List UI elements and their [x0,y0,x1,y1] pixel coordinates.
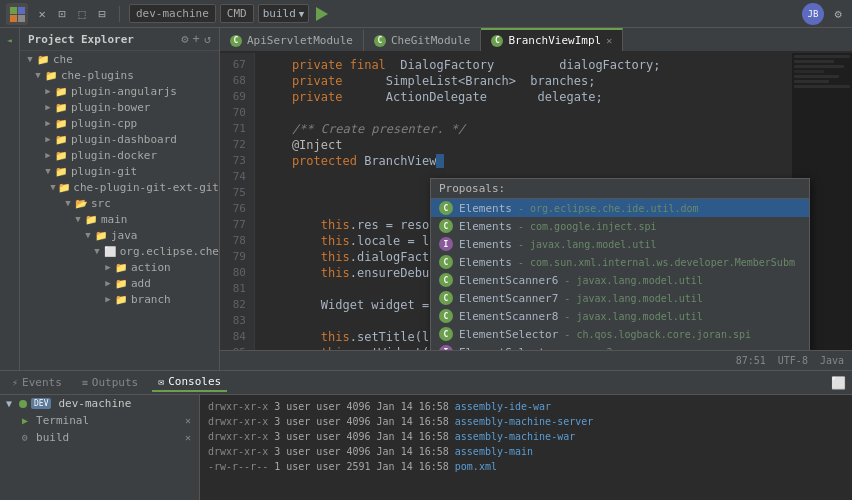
code-line: private final DialogFactory dialogFactor… [263,57,784,73]
tree-item-plugin-docker[interactable]: ▶ 📁 plugin-docker [20,147,219,163]
expand-arrow: ▼ [32,70,44,80]
tree-item-java[interactable]: ▼ 📁 java [20,227,219,243]
run-icon [313,5,331,23]
consoles-icon: ✉ [158,376,164,387]
close-icon[interactable]: ✕ [185,432,191,443]
autocomplete-item-7[interactable]: C ElementSelector - ch.qos.logback.core.… [431,325,809,343]
copy-icon[interactable]: ⊡ [54,6,70,22]
svg-rect-4 [794,55,850,58]
folder-icon: 📁 [54,148,68,162]
main-area: ◄ Project Explorer ⚙ + ↺ ▼ 📁 che ▼ 📁 che… [0,28,852,370]
tab-close-icon[interactable]: ✕ [606,35,612,46]
explorer-header: Project Explorer ⚙ + ↺ [20,28,219,51]
tree-item-main[interactable]: ▼ 📁 main [20,211,219,227]
expand-arrow: ▶ [102,262,114,272]
class-badge: C [439,309,453,323]
expand-arrow: ▼ [42,166,54,176]
build-label: build [36,431,69,444]
run-button[interactable] [313,5,331,23]
svg-rect-9 [794,80,829,83]
autocomplete-item-6[interactable]: C ElementScanner8 - javax.lang.model.uti… [431,307,809,325]
paste-icon[interactable]: ⬚ [74,6,90,22]
tab-class-icon: C [230,35,242,47]
console-output: drwxr-xr-x 3 user user 4096 Jan 14 16:58… [200,395,852,500]
tree-item-plugin-bower[interactable]: ▶ 📁 plugin-bower [20,99,219,115]
tab-che-git[interactable]: C CheGitModule [364,30,481,51]
console-tree-terminal[interactable]: ▶ Terminal ✕ [0,412,199,429]
left-strip: ◄ [0,28,20,370]
cut-icon[interactable]: ✕ [34,6,50,22]
autocomplete-item-0[interactable]: C Elements - org.eclipse.che.ide.util.do… [431,199,809,217]
class-badge: C [439,201,453,215]
tab-events[interactable]: ⚡ Events [6,374,68,391]
autocomplete-item-8[interactable]: I ElementSelector - org.w3c.css.sac [431,343,809,350]
tree-item-plugin-dashboard[interactable]: ▶ 📁 plugin-dashboard [20,131,219,147]
autocomplete-item-2[interactable]: I Elements - javax.lang.model.util [431,235,809,253]
refresh-icon[interactable]: ↺ [204,32,211,46]
dev-badge: DEV [31,398,51,409]
console-output-line: drwxr-xr-x 3 user user 4096 Jan 14 16:58… [208,444,844,459]
tree-item-org-eclipse[interactable]: ▼ ⬜ org.eclipse.che [20,243,219,259]
folder-icon: 📁 [58,180,70,194]
close-icon[interactable]: ✕ [185,415,191,426]
play-triangle [316,7,328,21]
console-action-buttons: ⬜ [830,375,846,391]
tree-item-che-plugins[interactable]: ▼ 📁 che-plugins [20,67,219,83]
autocomplete-item-4[interactable]: C ElementScanner6 - javax.lang.model.uti… [431,271,809,289]
tree-item-add[interactable]: ▶ 📁 add [20,275,219,291]
tab-branch-view[interactable]: C BranchViewImpl ✕ [481,28,623,51]
avatar[interactable]: JB [802,3,824,25]
expand-arrow: ▼ [91,246,103,256]
tree-item-plugin-git[interactable]: ▼ 📁 plugin-git [20,163,219,179]
app-logo[interactable] [6,3,28,25]
tab-label: Outputs [92,376,138,389]
add-icon[interactable]: + [193,32,200,46]
expand-arrow: ▼ [48,182,58,192]
chevron-down-icon: ▼ [299,9,304,19]
maximize-button[interactable]: ⬜ [830,375,846,391]
tab-label: Consoles [168,375,221,388]
svg-rect-2 [10,15,17,22]
folder-icon: 📁 [114,292,128,306]
autocomplete-item-5[interactable]: C ElementScanner7 - javax.lang.model.uti… [431,289,809,307]
tree-item-che[interactable]: ▼ 📁 che [20,51,219,67]
toolbar: ✕ ⊡ ⬚ ⊟ dev-machine CMD build ▼ JB ⚙ [0,0,852,28]
tab-api-servlet[interactable]: C ApiServletModule [220,30,364,51]
editor-tabs: C ApiServletModule C CheGitModule C Bran… [220,28,852,53]
console-output-line: -rw-r--r-- 1 user user 2591 Jan 14 16:58… [208,459,844,474]
console-tree-dev-machine[interactable]: ▼ DEV dev-machine [0,395,199,412]
console-tree-build[interactable]: ⚙ build ✕ [0,429,199,446]
machine-selector[interactable]: dev-machine [129,4,216,23]
autocomplete-item-1[interactable]: C Elements - com.google.inject.spi [431,217,809,235]
svg-rect-1 [18,7,25,14]
code-line: /** Create presenter. */ [263,121,784,137]
folder-icon: 📁 [36,52,50,66]
cmd-type[interactable]: CMD [220,4,254,23]
settings-icon[interactable]: ⚙ [181,32,188,46]
svg-rect-5 [794,60,834,63]
build-selector[interactable]: build ▼ [258,4,310,23]
delete-icon[interactable]: ⊟ [94,6,110,22]
code-line [263,105,784,121]
explorer-tree: ▼ 📁 che ▼ 📁 che-plugins ▶ 📁 plugin-angul… [20,51,219,370]
package-icon: ⬜ [103,244,117,258]
tree-item-che-plugin-git-ext[interactable]: ▼ 📁 che-plugin-git-ext-git [20,179,219,195]
tab-outputs[interactable]: ≡ Outputs [76,374,144,391]
tree-item-src[interactable]: ▼ 📂 src [20,195,219,211]
tree-item-action[interactable]: ▶ 📁 action [20,259,219,275]
class-badge: C [439,255,453,269]
expand-arrow: ▶ [102,278,114,288]
tab-consoles[interactable]: ✉ Consoles [152,373,227,392]
folder-icon: 📁 [54,116,68,130]
tree-item-plugin-angularjs[interactable]: ▶ 📁 plugin-angularjs [20,83,219,99]
bottom-panel: ⚡ Events ≡ Outputs ✉ Consoles ⬜ ▼ DEV de… [0,370,852,500]
interface-badge: I [439,237,453,251]
folder-icon: 📁 [54,100,68,114]
left-strip-item-1[interactable]: ◄ [2,32,18,48]
tree-item-plugin-cpp[interactable]: ▶ 📁 plugin-cpp [20,115,219,131]
folder-icon: 📁 [114,276,128,290]
class-badge: C [439,273,453,287]
autocomplete-item-3[interactable]: C Elements - com.sun.xml.internal.ws.dev… [431,253,809,271]
tree-item-branch[interactable]: ▶ 📁 branch [20,291,219,307]
settings-icon[interactable]: ⚙ [830,6,846,22]
